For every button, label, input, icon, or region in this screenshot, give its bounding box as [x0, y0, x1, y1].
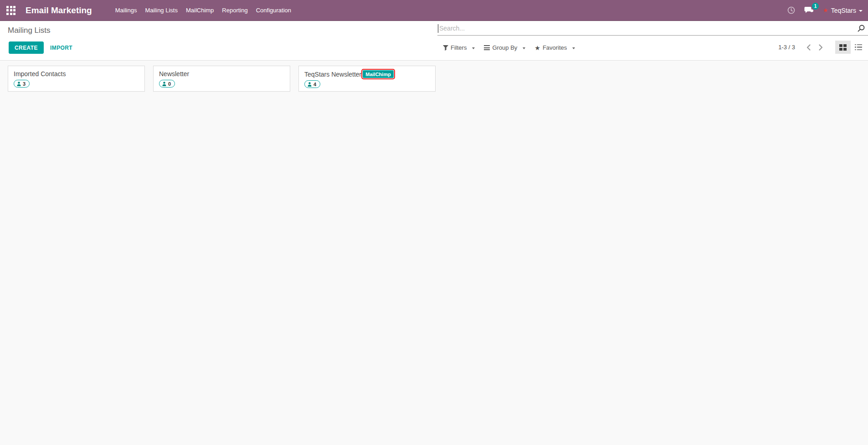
- search-bar: [437, 21, 868, 36]
- favorites-label: Favorites: [543, 44, 567, 51]
- card-title: TeqStars Newsletter: [304, 71, 361, 78]
- import-button[interactable]: IMPORT: [46, 41, 77, 54]
- nav-item-configuration[interactable]: Configuration: [252, 0, 295, 21]
- filters-label: Filters: [451, 44, 467, 51]
- chevron-right-icon: [819, 44, 823, 51]
- contacts-count: 4: [313, 82, 316, 87]
- activities-button[interactable]: [783, 0, 800, 21]
- pager-previous-button[interactable]: [802, 41, 815, 54]
- contacts-count: 3: [23, 81, 26, 87]
- filter-icon: [443, 45, 448, 51]
- app-brand[interactable]: Email Marketing: [26, 5, 92, 16]
- page-title: Mailing Lists: [8, 26, 51, 35]
- list-view-icon: [855, 44, 862, 51]
- search-icon[interactable]: [858, 25, 865, 32]
- search-input[interactable]: [437, 21, 868, 35]
- chevron-down-icon: [523, 47, 525, 49]
- user-avatar-icon: ★: [823, 7, 828, 13]
- nav-item-mailchimp[interactable]: MailChimp: [182, 0, 218, 21]
- list-view-button[interactable]: [851, 41, 866, 54]
- text-cursor: [438, 24, 438, 33]
- kanban-card-newsletter[interactable]: Newsletter 0: [153, 66, 290, 92]
- filters-dropdown[interactable]: Filters: [443, 44, 475, 51]
- chevron-left-icon: [806, 44, 811, 51]
- kanban-view-button[interactable]: [835, 41, 851, 54]
- kanban-view-icon: [839, 44, 847, 51]
- top-navbar: Email Marketing Mailings Mailing Lists M…: [0, 0, 868, 21]
- card-title: Newsletter: [159, 70, 189, 78]
- kanban-row: Imported Contacts 3 Newsletter 0: [0, 61, 868, 92]
- pager: 1-3 / 3: [778, 41, 866, 54]
- kanban-card-teqstars-newsletter[interactable]: TeqStars Newsletter MailChimp 4: [298, 66, 436, 92]
- pager-value: 1-3 / 3: [778, 44, 795, 51]
- systray: 1 ★ TeqStars: [783, 0, 868, 21]
- chevron-down-icon: [472, 47, 475, 49]
- contacts-badge[interactable]: 3: [14, 80, 30, 88]
- kanban-card-imported-contacts[interactable]: Imported Contacts 3: [8, 66, 145, 92]
- contacts-badge[interactable]: 4: [304, 80, 320, 88]
- contacts-count: 0: [168, 81, 171, 87]
- view-switcher: [835, 41, 866, 54]
- apps-grid-icon: [6, 6, 15, 15]
- group-by-label: Group By: [492, 44, 517, 51]
- nav-item-mailing-lists[interactable]: Mailing Lists: [141, 0, 182, 21]
- messages-button[interactable]: 1: [800, 0, 818, 21]
- clock-icon: [787, 6, 795, 14]
- person-icon: [308, 82, 312, 87]
- create-button[interactable]: CREATE: [9, 41, 44, 54]
- mailchimp-badge: MailChimp: [363, 70, 394, 78]
- search-menus: Filters Group By ★ Favorites: [443, 41, 575, 54]
- favorites-icon: ★: [534, 45, 540, 51]
- person-icon: [17, 82, 21, 86]
- person-icon: [162, 82, 166, 86]
- chevron-down-icon: [859, 10, 863, 12]
- chevron-down-icon: [572, 47, 575, 49]
- messages-badge: 1: [812, 3, 819, 10]
- control-panel: Mailing Lists CREATE IMPORT Filters Grou…: [0, 21, 868, 61]
- pager-next-button[interactable]: [815, 41, 827, 54]
- apps-menu-button[interactable]: [0, 0, 22, 21]
- contacts-badge[interactable]: 0: [159, 80, 175, 88]
- user-name: TeqStars: [831, 7, 856, 14]
- main-menu: Mailings Mailing Lists MailChimp Reporti…: [111, 0, 295, 21]
- card-title: Imported Contacts: [14, 70, 66, 78]
- group-by-icon: [484, 45, 490, 50]
- kanban-view: Imported Contacts 3 Newsletter 0: [0, 61, 868, 445]
- nav-item-mailings[interactable]: Mailings: [111, 0, 141, 21]
- group-by-dropdown[interactable]: Group By: [484, 44, 525, 51]
- favorites-dropdown[interactable]: ★ Favorites: [534, 44, 575, 51]
- user-menu[interactable]: ★ TeqStars: [818, 0, 868, 21]
- nav-item-reporting[interactable]: Reporting: [218, 0, 252, 21]
